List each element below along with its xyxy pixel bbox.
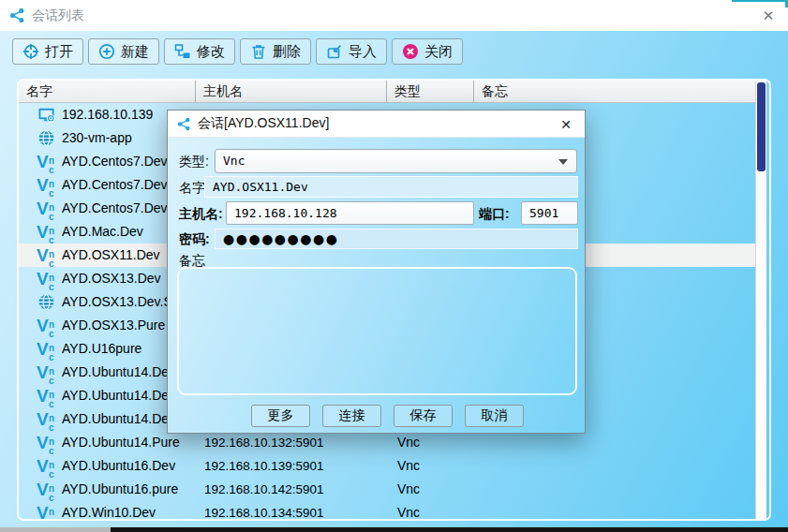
desktop-background [0,527,111,532]
vnc-icon: Vnc [36,503,57,521]
vnc-icon: Vnc [36,316,57,335]
session-memo [473,454,755,478]
session-name: 192.168.10.139 [62,103,153,126]
vnc-icon: Vnc [36,175,57,195]
window-close-icon[interactable]: ✕ [757,6,780,25]
password-label: 密码: [179,231,210,248]
dialog-titlebar: 会话[AYD.OSX11.Dev] ✕ [168,111,585,138]
app-share-icon [9,7,25,23]
session-memo [473,431,755,454]
close-button[interactable]: 关闭 [392,38,463,65]
session-dialog: 会话[AYD.OSX11.Dev] ✕ 类型: Vnc 名字 主机名: 端口: … [167,110,586,434]
window-body: 打开 新建 修改 删除 [0,31,788,527]
session-host: 192.168.10.139:5901 [195,454,386,478]
new-plus-icon [98,43,115,60]
background-window-edge [732,0,788,2]
more-button[interactable]: 更多 [251,405,310,427]
open-target-icon [22,43,39,60]
column-header-memo[interactable]: 备忘 [473,81,755,102]
table-header: 名字 主机名 类型 备忘 [19,81,755,103]
chevron-down-icon [558,159,568,165]
session-manager-window: 会话列表 ✕ 打开 新建 修改 [0,0,788,532]
session-name: AYD.U16pure [62,337,141,361]
vnc-icon: Vnc [36,456,57,476]
vnc-icon: Vnc [36,245,57,265]
session-name: AYD.Ubuntu16.Dev [62,454,175,478]
session-name: AYD.Centos7.Dev.S [62,173,179,197]
dialog-body: 类型: Vnc 名字 主机名: 端口: 密码: 备忘 更多 连接 [168,138,585,433]
session-name: AYD.Centos7.Dev [62,150,168,173]
session-type: Vnc [386,501,473,521]
vnc-icon: Vnc [36,433,57,452]
session-host: 192.168.10.134:5901 [195,501,386,521]
port-label: 端口: [479,206,510,223]
table-row[interactable]: Vnc AYD.Win10.Dev 192.168.10.134:5901 Vn… [19,501,755,521]
column-header-name[interactable]: 名字 [19,81,195,102]
delete-trash-icon [250,43,267,60]
connect-button[interactable]: 连接 [322,405,381,427]
vnc-icon: Vnc [36,339,57,359]
window-title: 会话列表 [32,7,84,24]
column-header-host[interactable]: 主机名 [195,81,386,102]
table-row[interactable]: Vnc AYD.Ubuntu14.Pure 192.168.10.132:590… [19,431,755,454]
type-label: 类型: [179,154,209,170]
save-button[interactable]: 保存 [394,405,453,427]
vnc-icon: Vnc [36,152,57,171]
globe-icon [37,293,55,311]
import-button[interactable]: 导入 [316,38,387,65]
dialog-title: 会话[AYD.OSX11.Dev] [198,115,329,132]
cancel-button[interactable]: 取消 [465,405,524,427]
session-name: AYD.Ubuntu16.pure [62,478,178,501]
session-host: 192.168.10.142:5901 [195,478,386,501]
dialog-close-icon[interactable]: ✕ [557,115,575,134]
session-name: AYD.OSX13.Dev [62,267,161,290]
open-button[interactable]: 打开 [12,38,83,65]
type-select[interactable]: Vnc [215,149,577,173]
session-name: AYD.OSX11.Dev [62,244,160,267]
session-name: AYD.Win10.Dev [62,501,156,521]
session-name: AYD.OSX13.Pure [62,314,165,337]
column-header-type[interactable]: 类型 [386,81,473,102]
session-name: AYD.Mac.Dev [62,220,143,244]
window-titlebar: 会话列表 [0,0,788,31]
memo-textarea[interactable] [177,267,577,395]
scrollbar-track[interactable] [755,81,766,519]
name-label: 名字 [179,180,205,197]
session-host: 192.168.10.132:5901 [195,431,386,454]
new-button[interactable]: 新建 [88,38,159,65]
dialog-buttons: 更多 连接 保存 取消 [168,405,585,427]
toolbar: 打开 新建 修改 删除 [12,38,463,65]
session-type: Vnc [386,454,473,478]
desktop-background [111,527,788,532]
port-field[interactable] [521,201,578,225]
table-row[interactable]: Vnc AYD.Ubuntu16.Dev 192.168.10.139:5901… [19,454,755,478]
vnc-icon: Vnc [36,362,57,382]
session-name: AYD.Ubuntu14.Dev [62,361,175,384]
session-type: Vnc [386,478,473,501]
vnc-icon: Vnc [36,480,57,499]
modify-button[interactable]: 修改 [164,38,235,65]
rdp-monitor-icon [37,106,56,124]
session-name: 230-vm-app [62,126,132,150]
session-name: AYD.Ubuntu14.Pure [62,431,180,454]
vnc-icon: Vnc [36,269,57,288]
close-circle-icon [402,43,419,60]
password-field[interactable] [215,229,578,249]
app-share-icon [177,117,191,131]
hostname-field[interactable] [226,201,474,225]
vnc-icon: Vnc [36,409,57,429]
table-row[interactable]: Vnc AYD.Ubuntu16.pure 192.168.10.142:590… [19,478,755,501]
session-memo [473,478,755,501]
session-name: AYD.Ubuntu14.Dev [62,407,175,431]
hostname-label: 主机名: [179,206,223,223]
delete-button[interactable]: 删除 [240,38,311,65]
name-field[interactable] [204,176,578,198]
modify-sitemap-icon [174,43,191,60]
vnc-icon: Vnc [36,199,57,218]
session-type: Vnc [386,431,473,454]
vnc-icon: Vnc [36,386,57,406]
session-name: AYD.Centos7.Dev.C [62,197,180,220]
scrollbar-thumb[interactable] [757,82,766,171]
import-box-icon [326,43,343,60]
session-memo [473,501,755,521]
